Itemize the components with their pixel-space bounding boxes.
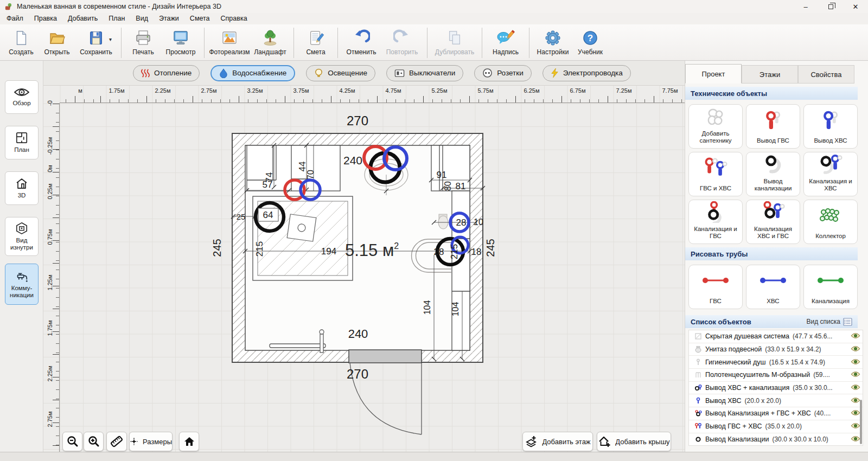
menu-plan[interactable]: План xyxy=(103,13,130,24)
cold-water-outlet-button[interactable]: Вывод ХВС xyxy=(803,104,858,149)
sewer-and-hot-button[interactable]: Канализация и ГВС xyxy=(688,200,743,244)
zoom-out-button[interactable] xyxy=(62,432,82,451)
sewer-and-cold-button[interactable]: Канализация и ХВС xyxy=(803,152,858,196)
print-button[interactable]: Печать xyxy=(125,27,161,56)
visibility-eye-icon[interactable] xyxy=(851,408,860,418)
collector-button[interactable]: Коллектор xyxy=(803,200,858,244)
technical-objects-grid: Добавить сантехнику Вывод ГВС Вывод ХВС … xyxy=(688,104,858,244)
list-item[interactable]: Полотенцесушитель М-образный (59.... xyxy=(689,369,863,382)
menu-file[interactable]: Файл xyxy=(1,13,29,24)
menu-floors[interactable]: Этажи xyxy=(154,13,184,24)
menu-estimate[interactable]: Смета xyxy=(184,13,215,24)
label-button[interactable]: Надпись xyxy=(486,27,525,56)
tab-wiring[interactable]: Электропроводка xyxy=(542,65,631,81)
tab-heating[interactable]: Отопление xyxy=(133,65,200,81)
tutorial-button[interactable]: ? Учебник xyxy=(572,27,608,56)
svg-text:240: 240 xyxy=(348,327,368,341)
door[interactable] xyxy=(349,350,422,434)
close-button[interactable]: ✕ xyxy=(843,0,868,13)
sidebar-item-communications[interactable]: Комму-никации xyxy=(5,264,39,305)
measure-button[interactable] xyxy=(106,432,127,451)
open-folder-icon xyxy=(48,28,66,48)
hygienic-shower[interactable] xyxy=(438,214,448,229)
draw-pipes-grid: ГВС ХВС Канализация xyxy=(688,265,858,309)
list-item[interactable]: Гигиенический душ (16.5 x 15.4 x 74.9) xyxy=(689,356,863,369)
dimensions-toggle-button[interactable]: Размеры xyxy=(129,432,173,451)
visibility-eye-icon[interactable] xyxy=(851,434,860,444)
list-scrollbar[interactable] xyxy=(860,400,862,444)
list-view-toggle[interactable]: Вид списка xyxy=(807,318,852,326)
sidebar-item-interior-view[interactable]: Вид изнутри xyxy=(5,217,39,256)
zoom-in-button[interactable] xyxy=(84,432,104,451)
minimize-button[interactable]: – xyxy=(793,0,818,13)
duplicate-button[interactable]: Дублировать xyxy=(431,27,478,56)
sidebar-item-overview[interactable]: Обзор xyxy=(5,80,39,114)
menu-help[interactable]: Справка xyxy=(215,13,253,24)
draw-sewer-pipe-button[interactable]: Канализация xyxy=(803,265,858,309)
list-item[interactable]: Вывод ХВС (20.0 x 20.0) xyxy=(689,394,863,407)
undo-icon xyxy=(353,28,370,48)
ruler-horizontal: м 1.75м 2.25м 2.75м 3.25м 3.75м 4.25м 4.… xyxy=(60,86,685,103)
settings-button[interactable]: Настройки xyxy=(533,27,572,56)
visibility-eye-icon[interactable] xyxy=(851,370,860,380)
visibility-eye-icon[interactable] xyxy=(851,396,860,406)
list-item[interactable]: Вывод ХВС + канализация (35.0 x 30.0... xyxy=(689,382,863,395)
menu-view[interactable]: Вид xyxy=(130,13,154,24)
draw-cold-pipe-button[interactable]: ХВС xyxy=(746,265,800,309)
restore-button[interactable] xyxy=(818,0,843,13)
sidebar-item-plan[interactable]: План xyxy=(5,126,39,159)
new-document-icon xyxy=(13,28,29,48)
tab-water-supply[interactable]: Водоснабжение xyxy=(210,65,295,81)
tab-properties[interactable]: Свойства xyxy=(798,65,854,84)
floor-plan-drawing[interactable]: 270 240 245 245 74 44 70 57 25 64 215 19… xyxy=(43,86,685,452)
add-floor-button[interactable]: Добавить этаж xyxy=(522,432,593,451)
visibility-eye-icon[interactable] xyxy=(851,331,860,341)
sewer-outlet-button[interactable]: Вывод канализации xyxy=(746,152,800,196)
estimate-button[interactable]: Смета xyxy=(298,27,334,56)
switch-icon xyxy=(394,68,405,78)
list-item[interactable]: Вывод Канализации (30.0 x 30.0 x 10.0) xyxy=(689,433,863,446)
hot-and-cold-outlet-button[interactable]: ГВС и ХВС xyxy=(688,152,743,196)
tab-floors[interactable]: Этажи xyxy=(742,65,798,84)
landscape-button[interactable]: Ландшафт xyxy=(251,27,290,56)
draw-hot-pipe-button[interactable]: ГВС xyxy=(688,265,743,309)
visibility-eye-icon[interactable] xyxy=(851,357,860,367)
list-item[interactable]: Вывод ГВС + ХВС (35.0 x 20.0) xyxy=(689,420,863,433)
tab-project[interactable]: Проект xyxy=(685,64,742,84)
menu-add[interactable]: Добавить xyxy=(62,13,103,24)
ruler-icon xyxy=(110,435,123,448)
photorealism-icon xyxy=(221,28,238,48)
tab-switches[interactable]: Выключатели xyxy=(386,65,463,81)
main-toolbar: Создать Открыть ▾ Сохранить Печать Просм… xyxy=(0,24,868,61)
sidebar-item-3d[interactable]: 3D xyxy=(5,171,39,205)
svg-text:104: 104 xyxy=(423,300,432,315)
visibility-eye-icon[interactable] xyxy=(851,344,860,354)
estimate-notepad-icon xyxy=(308,28,324,48)
photorealism-button[interactable]: Фотореализм xyxy=(208,27,251,56)
add-sanitary-button[interactable]: Добавить сантехнику xyxy=(688,104,743,149)
tab-lighting[interactable]: Освещение xyxy=(306,65,375,81)
save-button[interactable]: ▾ Сохранить xyxy=(75,27,117,56)
list-item[interactable]: Вывод Канализация + ГВС + ХВС (40.... xyxy=(689,407,863,420)
save-dropdown-arrow[interactable]: ▾ xyxy=(109,36,112,42)
new-button[interactable]: Создать xyxy=(3,27,39,56)
vanity-cabinet[interactable] xyxy=(247,145,340,191)
zoom-in-icon xyxy=(88,436,100,447)
list-item[interactable]: Скрытая душевая система (47.7 x 45.6... xyxy=(689,330,863,343)
home-view-button[interactable] xyxy=(179,432,199,451)
visibility-eye-icon[interactable] xyxy=(851,421,860,431)
undo-button[interactable]: Отменить xyxy=(342,27,381,56)
tab-sockets[interactable]: Розетки xyxy=(474,65,532,81)
menu-edit[interactable]: Правка xyxy=(29,13,62,24)
list-item[interactable]: Унитаз подвесной (33.0 x 51.9 x 34.2) xyxy=(689,343,863,356)
redo-button[interactable]: Повторить xyxy=(381,27,423,56)
preview-button[interactable]: Просмотр xyxy=(161,27,200,56)
hot-water-outlet-button[interactable]: Вывод ГВС xyxy=(746,104,800,149)
plan-canvas[interactable]: м 1.75м 2.25м 2.75м 3.25м 3.75м 4.25м 4.… xyxy=(43,86,685,452)
visibility-eye-icon[interactable] xyxy=(851,383,860,393)
add-roof-button[interactable]: Добавить крышу xyxy=(597,432,671,451)
open-button[interactable]: Открыть xyxy=(39,27,75,56)
socket-icon xyxy=(482,68,493,78)
dimensions-grid-icon xyxy=(130,436,138,447)
sewer-cold-hot-button[interactable]: Канализация ХВС и ГВС xyxy=(746,200,800,244)
